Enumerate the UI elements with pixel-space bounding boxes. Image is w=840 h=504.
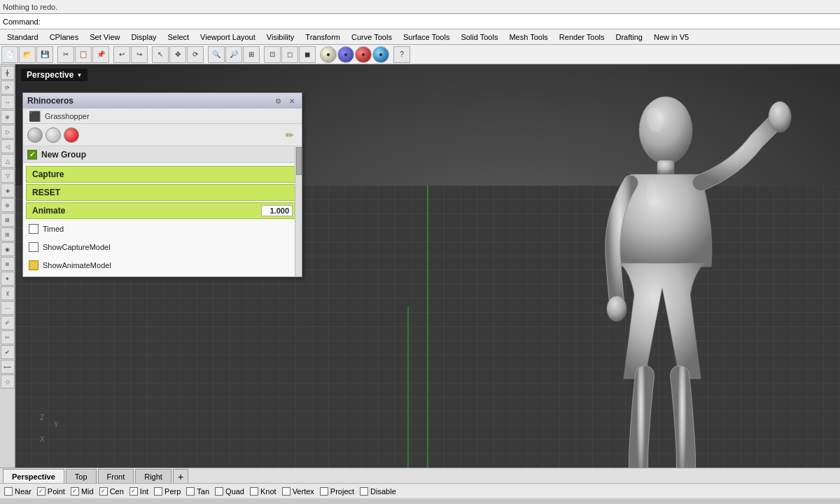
side-tool-19[interactable]: ✂ xyxy=(1,330,15,344)
side-tool-17[interactable]: ⋯ xyxy=(1,301,15,315)
side-tool-3[interactable]: ↔ xyxy=(1,95,15,109)
command-input[interactable] xyxy=(41,15,837,28)
menu-item-mesh-tools[interactable]: Mesh Tools xyxy=(503,31,553,43)
viewport-area[interactable]: Perspective ▼ xyxy=(15,64,840,468)
side-tool-4[interactable]: ⊕ xyxy=(1,110,15,124)
bottom-tab-right[interactable]: Right xyxy=(135,469,172,483)
side-tool-20[interactable]: ✔ xyxy=(1,345,15,359)
toolbar-zoom-all[interactable]: ⊞ xyxy=(243,46,260,63)
toolbar-grid[interactable]: ⊡ xyxy=(264,46,281,63)
status-checkbox-mid[interactable]: ✓ xyxy=(71,487,79,496)
status-checkbox-int[interactable]: ✓ xyxy=(130,487,138,496)
menu-item-transform[interactable]: Transform xyxy=(300,31,346,43)
side-tool-6[interactable]: ◁ xyxy=(1,139,15,153)
gh-scrollbar[interactable] xyxy=(295,146,302,276)
status-checkbox-cen[interactable]: ✓ xyxy=(99,487,108,496)
toolbar-sphere4[interactable]: ● xyxy=(372,46,389,63)
gh-timed-checkbox[interactable] xyxy=(29,224,38,234)
status-checkbox-tan[interactable] xyxy=(186,487,195,496)
side-tool-7[interactable]: △ xyxy=(1,154,15,168)
bottom-tab-perspective[interactable]: Perspective xyxy=(3,469,64,483)
status-checkbox-near[interactable] xyxy=(4,487,13,496)
toolbar-rotate[interactable]: ⟳ xyxy=(187,46,204,63)
gh-show-animate-checkbox[interactable] xyxy=(29,260,38,270)
menu-item-render-tools[interactable]: Render Tools xyxy=(554,31,610,43)
toolbar-paste[interactable]: 📌 xyxy=(92,46,109,63)
menu-item-surface-tools[interactable]: Surface Tools xyxy=(398,31,455,43)
toolbar-new[interactable]: 📄 xyxy=(1,46,18,63)
toolbar-move[interactable]: ✥ xyxy=(169,46,186,63)
menu-item-curve-tools[interactable]: Curve Tools xyxy=(346,31,398,43)
menu-item-drafting[interactable]: Drafting xyxy=(610,31,648,43)
toolbar-sphere1[interactable]: ● xyxy=(320,46,337,63)
side-tool-16[interactable]: ⊻ xyxy=(1,286,15,300)
gh-sphere-gray2-icon[interactable] xyxy=(46,127,61,143)
side-tool-8[interactable]: ▽ xyxy=(1,169,15,183)
status-checkbox-quad[interactable] xyxy=(215,487,223,496)
gh-group-checkbox[interactable]: ✓ xyxy=(27,150,37,160)
side-tool-13[interactable]: ◉ xyxy=(1,242,15,256)
toolbar-undo[interactable]: ↩ xyxy=(113,46,130,63)
toolbar-wireframe[interactable]: ◻ xyxy=(281,46,298,63)
toolbar-render[interactable]: ◼ xyxy=(299,46,316,63)
gh-sphere-gray-icon[interactable] xyxy=(27,127,43,143)
toolbar-copy[interactable]: 📋 xyxy=(75,46,92,63)
side-tool-2[interactable]: ⟳ xyxy=(1,80,15,94)
menu-item-set-view[interactable]: Set View xyxy=(84,31,125,43)
side-tool-11[interactable]: ⊠ xyxy=(1,213,15,227)
gh-show-animate-row: ShowAnimateModel xyxy=(26,257,299,274)
menu-item-cplanes[interactable]: CPlanes xyxy=(44,31,85,43)
menu-item-select[interactable]: Select xyxy=(162,31,195,43)
toolbar-zoom-in[interactable]: 🔍 xyxy=(208,46,225,63)
side-tool-14[interactable]: ⊗ xyxy=(1,257,15,271)
status-checkbox-perp[interactable] xyxy=(154,487,162,496)
menu-item-display[interactable]: Display xyxy=(125,31,162,43)
side-tool-22[interactable]: ◇ xyxy=(1,374,15,388)
gh-reset-btn[interactable]: RESET xyxy=(26,184,299,201)
gh-rows: Capture RESET Animate 1.000 xyxy=(23,163,302,276)
gh-sphere-red-icon[interactable] xyxy=(64,127,79,143)
gh-titlebar[interactable]: Rhinoceros ⚙ ✕ xyxy=(23,93,302,108)
toolbar-redo[interactable]: ↪ xyxy=(131,46,148,63)
toolbar-sphere3[interactable]: ● xyxy=(355,46,372,63)
side-tool-15[interactable]: ✦ xyxy=(1,272,15,286)
side-tool-18[interactable]: ✐ xyxy=(1,316,15,330)
status-checkbox-vertex[interactable] xyxy=(282,487,290,496)
status-checkbox-knot[interactable] xyxy=(250,487,258,496)
toolbar-cut[interactable]: ✂ xyxy=(57,46,74,63)
gh-capture-btn[interactable]: Capture xyxy=(26,166,299,183)
gh-pen-icon[interactable]: ✏ xyxy=(282,127,298,143)
side-tool-5[interactable]: ▷ xyxy=(1,125,15,139)
gh-settings-icon[interactable]: ⚙ xyxy=(272,95,284,106)
bottom-tab-top[interactable]: Top xyxy=(66,469,97,483)
gh-scroll-thumb[interactable] xyxy=(296,147,302,175)
menu-item-new-in-v5[interactable]: New in V5 xyxy=(648,31,694,43)
bottom-tab-front[interactable]: Front xyxy=(98,469,134,483)
menu-item-viewport-layout[interactable]: Viewport Layout xyxy=(195,31,261,43)
status-checkbox-point[interactable]: ✓ xyxy=(37,487,46,496)
toolbar-sphere2[interactable]: ● xyxy=(337,46,354,63)
side-tool-12[interactable]: ⊞ xyxy=(1,227,15,241)
menu-item-solid-tools[interactable]: Solid Tools xyxy=(455,31,503,43)
side-tool-9[interactable]: ◈ xyxy=(1,183,15,197)
side-tool-10[interactable]: ⊛ xyxy=(1,198,15,212)
status-checkbox-disable[interactable] xyxy=(360,487,368,496)
side-tool-21[interactable]: ⟵ xyxy=(1,360,15,374)
toolbar-save[interactable]: 💾 xyxy=(36,46,53,63)
svg-point-77 xyxy=(769,102,791,132)
toolbar-help[interactable]: ? xyxy=(393,46,410,63)
gh-show-capture-checkbox[interactable] xyxy=(29,242,38,252)
side-tool-1[interactable]: ╋ xyxy=(1,66,15,80)
gh-icon-bar: ✏ xyxy=(23,124,302,146)
viewport-dropdown-arrow[interactable]: ▼ xyxy=(76,72,82,78)
toolbar-select[interactable]: ↖ xyxy=(152,46,169,63)
menu-item-standard[interactable]: Standard xyxy=(1,31,44,43)
gh-animate-value[interactable]: 1.000 xyxy=(261,205,293,216)
toolbar-open[interactable]: 📂 xyxy=(19,46,36,63)
gh-animate-row[interactable]: Animate 1.000 xyxy=(26,202,299,219)
menu-item-visibility[interactable]: Visibility xyxy=(261,31,300,43)
add-viewport-tab[interactable]: + xyxy=(173,469,188,483)
status-checkbox-project[interactable] xyxy=(320,487,328,496)
toolbar-zoom-out[interactable]: 🔎 xyxy=(225,46,242,63)
gh-close-icon[interactable]: ✕ xyxy=(286,95,298,106)
